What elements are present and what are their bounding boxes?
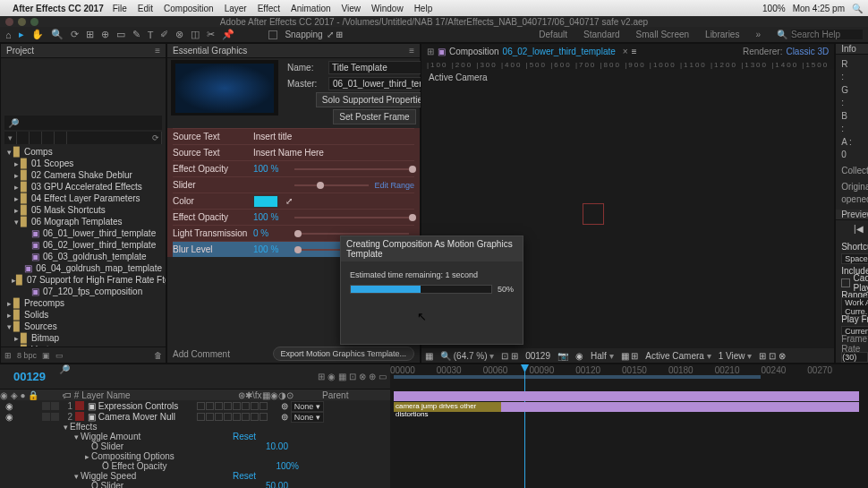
rotate-tool-icon[interactable]: ⟳ — [71, 29, 79, 40]
eg-poster-button[interactable]: Set Poster Frame — [333, 109, 415, 124]
camera-tool-icon[interactable]: ⊞ — [86, 29, 94, 40]
resolution-dropdown[interactable]: Half ▾ — [591, 351, 614, 361]
res-dropdown[interactable]: ⊡ ⊞ — [501, 351, 518, 361]
timeline-graph[interactable]: 0000000030000600009000120001500018000210… — [390, 364, 868, 488]
timeline-property-row[interactable]: ▾Wiggle SpeedReset — [0, 471, 390, 481]
menu-edit[interactable]: Edit — [138, 4, 153, 13]
view-icons[interactable]: ⊞ ⊡ ⊗ — [759, 351, 786, 361]
puppet-tool-icon[interactable]: 📌 — [222, 29, 234, 40]
first-frame-icon[interactable]: |◀ — [854, 224, 864, 234]
eg-property-row[interactable]: SliderEdit Range — [173, 176, 414, 193]
trash-icon[interactable]: 🗑 — [154, 351, 162, 360]
brush-tool-icon[interactable]: ✐ — [160, 29, 168, 40]
menu-window[interactable]: Window — [371, 4, 404, 13]
project-filters[interactable]: ▾⟳ — [4, 132, 162, 144]
anchor-tool-icon[interactable]: ⊕ — [101, 29, 109, 40]
clone-tool-icon[interactable]: ⊗ — [175, 29, 183, 40]
timecode[interactable]: 00129 — [13, 370, 46, 383]
ws-libraries[interactable]: Libraries — [705, 30, 739, 39]
eg-property-row[interactable]: Effect Opacity100 % — [173, 209, 414, 225]
eg-property-row[interactable]: Source Text — [173, 128, 414, 144]
app-name[interactable]: After Effects CC 2017 — [13, 4, 104, 13]
menu-help[interactable]: Help — [414, 4, 433, 13]
timeline-property-row[interactable]: ▾Wiggle AmountReset — [0, 432, 390, 441]
work-area-bar[interactable] — [394, 375, 761, 379]
panel-menu-icon[interactable]: ≡ — [409, 46, 414, 56]
preview-controls[interactable]: |◀ ◀| ▶ |▶ ▶| — [836, 220, 868, 237]
tree-item[interactable]: ▣07_120_fps_composition — [3, 286, 164, 297]
tree-item[interactable]: ▣06_02_lower_third_template — [3, 239, 164, 251]
tree-item[interactable]: ▾▉Sources — [3, 321, 164, 332]
project-tree[interactable]: ▾▉Comps▸▉01 Scopes▸▉02 Camera Shake Debl… — [1, 144, 166, 347]
camera-dropdown[interactable]: Active Camera ▾ — [645, 351, 711, 361]
renderer-value[interactable]: Classic 3D — [786, 47, 829, 56]
search-help[interactable]: 🔍 — [777, 30, 863, 39]
project-search[interactable]: 🔎 — [4, 116, 162, 130]
current-time-indicator[interactable] — [524, 364, 525, 488]
tree-item[interactable]: ▸▉02 Camera Shake Deblur — [3, 169, 164, 181]
framerate-input[interactable] — [841, 352, 868, 363]
selection-tool-icon[interactable]: ▸ — [19, 29, 24, 40]
timeline-search[interactable]: 🔎 — [59, 364, 283, 389]
menu-animation[interactable]: Animation — [291, 4, 330, 13]
eg-export-button[interactable]: Export Motion Graphics Template... — [273, 347, 414, 361]
panel-menu-icon[interactable]: ≡ — [632, 47, 637, 56]
tree-item[interactable]: ▣06_01_lower_third_template — [3, 227, 164, 239]
roto-tool-icon[interactable]: ✂ — [207, 29, 215, 40]
tree-item[interactable]: ▸▉05 Mask Shortcuts — [3, 204, 164, 216]
new-folder-icon[interactable]: ▭ — [55, 351, 64, 360]
close-tab-icon[interactable]: × — [623, 47, 628, 56]
home-icon[interactable]: ⌂ — [5, 30, 12, 40]
flow-icon[interactable]: ⊞ — [427, 47, 434, 56]
eg-property-row[interactable]: Source Text — [173, 144, 414, 160]
zoom-dropdown[interactable]: 🔍 (64.7 %) ▾ — [440, 351, 494, 361]
menu-layer[interactable]: Layer — [225, 4, 247, 13]
timeline-layer-row[interactable]: ◉2▣ Camera Mover Null⊚ None ▾ — [0, 411, 390, 422]
timeline-layer-row[interactable]: ◉1▣ Expression Controls⊚ None ▾ — [0, 400, 390, 411]
tree-item[interactable]: ▸▉04 Effect Layer Parameters — [3, 193, 164, 204]
comp-tab-name[interactable]: 06_02_lower_third_template — [503, 47, 616, 56]
snapping-toggle[interactable]: Snapping ⤢ ⊞ — [268, 30, 343, 39]
tree-item[interactable]: ▸▉07 Support for High Frame Rate Ftg — [3, 274, 164, 286]
menu-file[interactable]: File — [113, 4, 127, 13]
tree-item[interactable]: ▸▉01 Scopes — [3, 158, 164, 169]
shape-tool-icon[interactable]: ▭ — [116, 29, 125, 40]
timeline-ruler[interactable]: 0000000030000600009000120001500018000210… — [390, 364, 868, 375]
pen-tool-icon[interactable]: ✎ — [132, 29, 140, 40]
tree-item[interactable]: ▾▉06 Mograph Templates — [3, 216, 164, 227]
timecode-display[interactable]: 00129 — [525, 351, 550, 361]
tree-item[interactable]: ▸▉Bitmap — [3, 332, 164, 344]
ws-standard[interactable]: Standard — [583, 30, 620, 39]
views-dropdown[interactable]: 1 View ▾ — [719, 351, 753, 361]
eg-add-comment[interactable]: Add Comment — [173, 349, 230, 359]
new-comp-icon[interactable]: ▣ — [42, 351, 50, 360]
search-icon[interactable]: 🔍 — [852, 4, 863, 13]
timeline-switches[interactable]: ⊞◉▦⊡⊗⊕▭ — [283, 364, 390, 389]
bpc-toggle[interactable]: 8 bpc — [17, 351, 37, 360]
alpha-icon[interactable]: ▦ — [425, 351, 433, 361]
layer-bar-1[interactable] — [394, 391, 859, 401]
tree-item[interactable]: ▣06_04_goldrush_map_template — [3, 262, 164, 274]
timeline-property-row[interactable]: ▾Effects — [0, 422, 390, 432]
timeline-property-row[interactable]: Ö Slider50.00 — [0, 481, 390, 488]
panel-menu-icon[interactable]: ≡ — [155, 46, 160, 56]
channel-icon[interactable]: ◉ — [575, 351, 583, 361]
interpret-icon[interactable]: ⊞ — [4, 351, 12, 360]
cache-checkbox[interactable] — [841, 278, 849, 287]
timeline-property-row[interactable]: ▸Compositing Options — [0, 451, 390, 461]
tree-item[interactable]: ▣06_03_goldrush_template — [3, 251, 164, 262]
type-tool-icon[interactable]: T — [148, 30, 154, 40]
hand-tool-icon[interactable]: ✋ — [31, 29, 44, 40]
ws-default[interactable]: Default — [539, 30, 567, 39]
ws-small[interactable]: Small Screen — [636, 30, 689, 39]
tree-item[interactable]: ▸▉Solids — [3, 309, 164, 321]
shortcut-dropdown[interactable]: Spacebar — [841, 253, 868, 264]
tree-item[interactable]: ▸▉03 GPU Accelerated Effects — [3, 181, 164, 193]
menu-effect[interactable]: Effect — [258, 4, 280, 13]
timeline-property-row[interactable]: Ö Effect Opacity100% — [0, 461, 390, 471]
zoom-tool-icon[interactable]: 🔍 — [51, 29, 64, 40]
menu-composition[interactable]: Composition — [164, 4, 214, 13]
layer-marker[interactable]: camera jump drives other distortions — [394, 402, 501, 412]
menu-view[interactable]: View — [342, 4, 362, 13]
eraser-tool-icon[interactable]: ◫ — [191, 29, 200, 40]
